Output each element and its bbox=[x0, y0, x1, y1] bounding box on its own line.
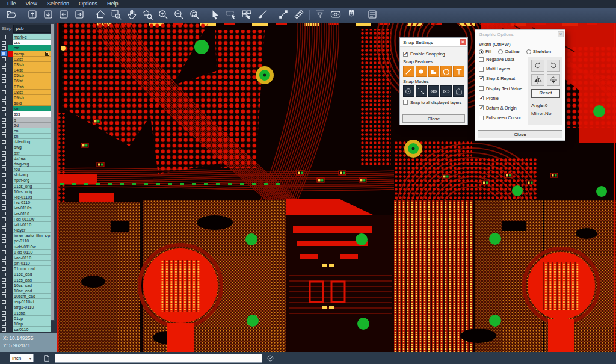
layer-name[interactable]: slot-org bbox=[13, 172, 51, 177]
layer-name[interactable]: d bbox=[13, 117, 51, 123]
layer-color-swatch[interactable] bbox=[8, 304, 13, 310]
paint-brush-button[interactable] bbox=[254, 9, 270, 22]
layer-name[interactable]: css bbox=[13, 40, 51, 45]
box-arrow-up-button[interactable] bbox=[25, 9, 40, 22]
close-icon[interactable]: ✕ bbox=[558, 31, 564, 37]
layer-name[interactable]: targ3-0110 bbox=[13, 304, 51, 310]
layer-row[interactable]: u-dd-0110 bbox=[0, 250, 57, 255]
flip-horizontal-button[interactable] bbox=[531, 74, 544, 86]
layer-checkbox[interactable] bbox=[2, 184, 6, 188]
layer-checkbox[interactable] bbox=[2, 239, 6, 244]
menu-file[interactable]: File bbox=[2, 0, 21, 8]
snap-all-layers-checkbox-row[interactable]: Snap to all displayed layers bbox=[403, 100, 464, 105]
layer-row[interactable]: comp bbox=[0, 51, 57, 57]
layer-name[interactable]: 04lst bbox=[13, 67, 51, 73]
layer-color-swatch[interactable] bbox=[8, 161, 13, 167]
zoom-polygon-button[interactable] bbox=[140, 9, 155, 22]
layer-name[interactable]: 06lst bbox=[13, 78, 51, 84]
layer-row[interactable]: 02lst bbox=[0, 57, 57, 62]
layer-row[interactable]: 01cp bbox=[0, 316, 57, 321]
layer-checkbox[interactable] bbox=[2, 118, 6, 122]
layer-row[interactable]: 2d bbox=[0, 123, 57, 128]
layer-name[interactable]: 10scm_cad bbox=[13, 294, 51, 299]
layer-row[interactable]: sold bbox=[0, 100, 57, 106]
layer-checkbox[interactable] bbox=[2, 79, 6, 84]
zoom-out-button[interactable] bbox=[171, 9, 186, 22]
layer-checkbox[interactable] bbox=[2, 311, 6, 315]
layer-color-swatch[interactable] bbox=[8, 117, 13, 123]
layer-name[interactable]: 10sp bbox=[13, 321, 51, 327]
layer-color-swatch[interactable] bbox=[8, 194, 13, 200]
layer-color-swatch[interactable] bbox=[8, 95, 13, 100]
layer-color-swatch[interactable] bbox=[8, 139, 13, 144]
layer-color-swatch[interactable] bbox=[8, 90, 13, 95]
layer-name[interactable]: saf0110 bbox=[13, 327, 51, 332]
layer-name[interactable]: f-layer bbox=[13, 227, 51, 233]
layer-row[interactable]: cm bbox=[0, 45, 57, 51]
layer-checkbox[interactable] bbox=[2, 151, 6, 155]
layer-row[interactable]: css bbox=[0, 40, 57, 45]
layer-color-swatch[interactable] bbox=[8, 316, 13, 321]
layer-color-swatch[interactable] bbox=[8, 134, 13, 139]
layer-row[interactable]: u-dd-0110w bbox=[0, 244, 57, 250]
home-button[interactable] bbox=[93, 9, 108, 22]
rotate-cw-button[interactable] bbox=[531, 60, 544, 72]
layer-checkbox[interactable] bbox=[2, 223, 6, 227]
pad-snap-button[interactable] bbox=[416, 66, 427, 77]
layer-row[interactable]: reg-0110-d bbox=[0, 299, 57, 304]
checkbox[interactable] bbox=[479, 105, 484, 110]
layer-row[interactable]: f-layer bbox=[0, 227, 57, 233]
layer-checkbox[interactable] bbox=[2, 228, 6, 232]
layer-checkbox[interactable] bbox=[2, 167, 6, 171]
step-select[interactable]: pcb ▾ bbox=[13, 25, 55, 33]
layer-checkbox[interactable] bbox=[2, 63, 6, 67]
radio-outline[interactable] bbox=[498, 49, 503, 54]
text-snap-button[interactable] bbox=[453, 66, 464, 77]
layer-row[interactable]: 04lst bbox=[0, 67, 57, 73]
layer-row[interactable]: i-rr-0110s bbox=[0, 205, 57, 211]
layer-checkbox[interactable] bbox=[2, 113, 6, 117]
select-cursor-button[interactable] bbox=[208, 9, 223, 22]
layer-name[interactable]: 10se_cad bbox=[13, 288, 51, 294]
layer-color-swatch[interactable] bbox=[8, 177, 13, 183]
layer-row[interactable]: i-aa-0110 bbox=[0, 255, 57, 261]
layer-name[interactable]: i-rc-0110 bbox=[13, 200, 51, 205]
layer-checkbox[interactable] bbox=[2, 146, 6, 150]
checkbox[interactable] bbox=[479, 57, 484, 62]
command-input[interactable] bbox=[55, 354, 262, 363]
layer-checkbox[interactable] bbox=[2, 261, 6, 265]
layer-name[interactable]: i-rr-0110 bbox=[13, 211, 51, 217]
layer-row[interactable]: i-dd-0110 bbox=[0, 222, 57, 227]
layer-name[interactable]: 01ccm_cad bbox=[13, 266, 51, 271]
layer-checkbox[interactable] bbox=[2, 283, 6, 288]
layer-row[interactable]: 08lst bbox=[0, 90, 57, 95]
layer-color-swatch[interactable] bbox=[8, 250, 13, 255]
layer-checkbox[interactable] bbox=[2, 96, 6, 100]
layer-name[interactable]: u-dd-0110 bbox=[13, 250, 51, 255]
layer-row[interactable]: 10ss_orig bbox=[0, 189, 57, 194]
draw-page-icon[interactable] bbox=[43, 354, 51, 362]
layer-row[interactable]: 07lsb bbox=[0, 84, 57, 90]
box-arrow-down-button[interactable] bbox=[40, 9, 56, 22]
layer-color-swatch[interactable] bbox=[8, 200, 13, 205]
slot-snap-button[interactable] bbox=[440, 85, 452, 97]
layer-name[interactable]: reg-0110-d bbox=[13, 299, 51, 304]
checkbox[interactable] bbox=[403, 100, 408, 105]
layer-color-swatch[interactable] bbox=[8, 167, 13, 172]
layer-checkbox[interactable] bbox=[2, 267, 6, 271]
layer-row[interactable]: 10sp bbox=[0, 321, 57, 327]
layer-row[interactable]: sn bbox=[0, 134, 57, 139]
layer-row[interactable]: pin-0110 bbox=[0, 261, 57, 266]
layer-row[interactable]: rou bbox=[0, 167, 57, 172]
menu-selection[interactable]: Selection bbox=[42, 0, 74, 8]
layer-row[interactable]: 09lsb bbox=[0, 95, 57, 100]
layer-checkbox[interactable] bbox=[2, 306, 6, 310]
layer-row[interactable]: 10ss_cad bbox=[0, 283, 57, 288]
layer-color-swatch[interactable] bbox=[8, 128, 13, 134]
menu-view[interactable]: View bbox=[21, 0, 42, 8]
layer-row[interactable]: 10se_cad bbox=[0, 288, 57, 294]
layer-row[interactable]: dxf-ea bbox=[0, 156, 57, 161]
point-snap-button[interactable] bbox=[416, 85, 427, 97]
layer-row[interactable]: dwg bbox=[0, 144, 57, 150]
layer-name[interactable]: 01cp bbox=[13, 316, 51, 321]
